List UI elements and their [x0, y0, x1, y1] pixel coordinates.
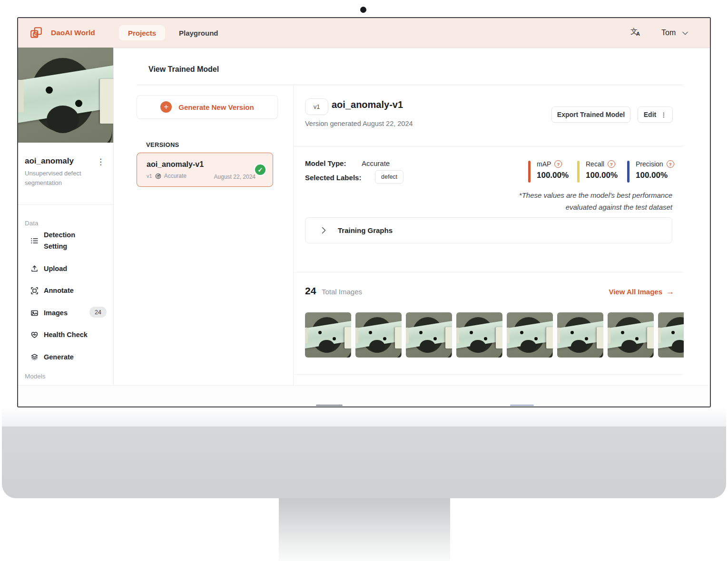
image-thumbnail-strip: [305, 312, 684, 358]
metric-name: Precision: [636, 160, 663, 168]
metric-value: 100.00%: [586, 171, 618, 180]
kebab-menu-icon[interactable]: ⋮: [97, 157, 105, 167]
metric-map: mAP ? 100.00%: [528, 160, 569, 183]
annotate-icon: [30, 287, 39, 295]
chevron-down-icon: [682, 31, 688, 35]
monitor-screen: DaoAI World Projects Playground 文A Tom a…: [17, 17, 711, 407]
metric-value: 100.00%: [636, 171, 674, 180]
version-tag: v1: [147, 173, 152, 179]
view-all-images-link[interactable]: View All Images →: [609, 287, 674, 296]
top-nav: DaoAI World Projects Playground 文A Tom: [18, 18, 710, 48]
export-trained-model-button[interactable]: Export Trained Model: [551, 106, 630, 123]
sidebar-item-images[interactable]: Images: [30, 307, 68, 319]
sidebar-item-detection-setting[interactable]: Detection Setting: [30, 229, 96, 252]
sidebar-item-label: Upload: [44, 263, 67, 274]
content-bottom: [18, 385, 710, 407]
brand-name: DaoAI World: [51, 18, 95, 48]
project-name: aoi_anomaly: [25, 156, 74, 166]
generate-new-version-button[interactable]: + Generate New Version: [137, 95, 278, 119]
edit-button[interactable]: Edit ⋮: [638, 106, 673, 123]
images-icon: [30, 309, 39, 317]
page-title: View Trained Model: [148, 65, 219, 74]
model-subtitle: Version generated August 22, 2024: [305, 120, 413, 127]
metric-bar: [627, 161, 630, 183]
sidebar-item-label: Generate: [44, 351, 74, 363]
image-thumbnail[interactable]: [658, 312, 684, 358]
edit-menu-dots-icon: ⋮: [660, 111, 667, 118]
sidebar-item-health-check[interactable]: Health Check: [30, 329, 88, 340]
divider: [18, 204, 113, 205]
training-graphs-label: Training Graphs: [338, 226, 393, 234]
metric-bar: [528, 161, 531, 183]
image-thumbnail[interactable]: [355, 312, 402, 358]
sidebar-item-label: Detection Setting: [44, 229, 96, 252]
version-model-type: Accurate: [164, 173, 187, 179]
translate-icon[interactable]: 文A: [630, 27, 643, 39]
edit-label: Edit: [644, 111, 656, 118]
image-thumbnail[interactable]: [507, 312, 553, 358]
help-icon[interactable]: ?: [554, 160, 562, 168]
image-thumbnail[interactable]: [406, 312, 452, 358]
image-thumbnail[interactable]: [608, 312, 654, 358]
health-check-icon: [30, 331, 39, 339]
version-meta: v1 Accurate: [147, 173, 187, 179]
metric-bar: [577, 161, 580, 183]
label-chip-defect: defect: [375, 170, 403, 184]
sidebar-item-label: Health Check: [44, 329, 88, 340]
image-thumbnail[interactable]: [456, 312, 502, 358]
chevron-right-icon: [322, 227, 326, 234]
generate-icon: [30, 353, 39, 361]
sidebar-item-generate[interactable]: Generate: [30, 351, 74, 363]
sidebar-item-label: Annotate: [44, 285, 74, 296]
generate-new-version-label: Generate New Version: [178, 103, 254, 111]
model-title: aoi_anomaly-v1: [332, 99, 403, 110]
check-icon: ✓: [255, 164, 266, 175]
project-cover-image: [18, 48, 113, 143]
version-badge: v1: [305, 98, 328, 115]
arrow-right-icon: →: [666, 287, 674, 296]
list-icon: [30, 237, 39, 245]
version-date: August 22, 2024: [214, 174, 256, 180]
metric-precision: Precision ? 100.00%: [627, 160, 674, 183]
user-name: Tom: [661, 29, 676, 37]
image-thumbnail[interactable]: [557, 312, 603, 358]
plus-icon: +: [160, 101, 172, 113]
help-icon[interactable]: ?: [667, 160, 674, 168]
metric-value: 100.00%: [537, 171, 569, 180]
model-type-label: Model Type:: [305, 159, 346, 167]
total-images-label: Total Images: [322, 288, 362, 296]
daoai-logo-icon: [30, 26, 43, 39]
version-card[interactable]: aoi_anomaly-v1 v1 Accurate August 22, 20…: [137, 153, 273, 187]
divider: [293, 374, 684, 375]
metric-recall: Recall ? 100.00%: [577, 160, 618, 183]
divider: [137, 85, 684, 85]
model-type-value: Accurate: [362, 159, 390, 167]
target-icon: [155, 173, 161, 179]
note-line-1: *These values are the model's best perfo…: [519, 189, 672, 201]
training-graphs-expander[interactable]: Training Graphs: [305, 217, 672, 243]
total-images-count: 24: [305, 285, 316, 297]
metric-name: mAP: [537, 160, 551, 168]
image-thumbnail[interactable]: [305, 312, 351, 358]
screen-reflection: [510, 405, 534, 406]
metric-name: Recall: [586, 160, 604, 168]
version-name: aoi_anomaly-v1: [147, 160, 204, 169]
selected-labels-label: Selected Labels:: [305, 174, 361, 182]
monitor-chin: [2, 407, 726, 426]
tab-playground[interactable]: Playground: [179, 18, 218, 48]
section-label-data: Data: [25, 220, 39, 227]
sidebar-item-annotate[interactable]: Annotate: [30, 285, 74, 296]
images-count-badge: 24: [89, 307, 107, 318]
sidebar-item-label: Images: [44, 307, 68, 319]
user-menu[interactable]: Tom: [661, 18, 688, 48]
note-line-2: evaluated against the test dataset: [519, 201, 672, 213]
performance-note: *These values are the model's best perfo…: [519, 189, 672, 213]
panel-divider: [293, 85, 294, 385]
versions-heading: VERSIONS: [146, 141, 179, 148]
screen-reflection: [316, 405, 343, 406]
webcam-dot: [360, 7, 366, 13]
tab-projects[interactable]: Projects: [119, 25, 165, 40]
sidebar-item-upload[interactable]: Upload: [30, 263, 67, 274]
help-icon[interactable]: ?: [608, 160, 615, 168]
monitor-body: [2, 426, 726, 498]
